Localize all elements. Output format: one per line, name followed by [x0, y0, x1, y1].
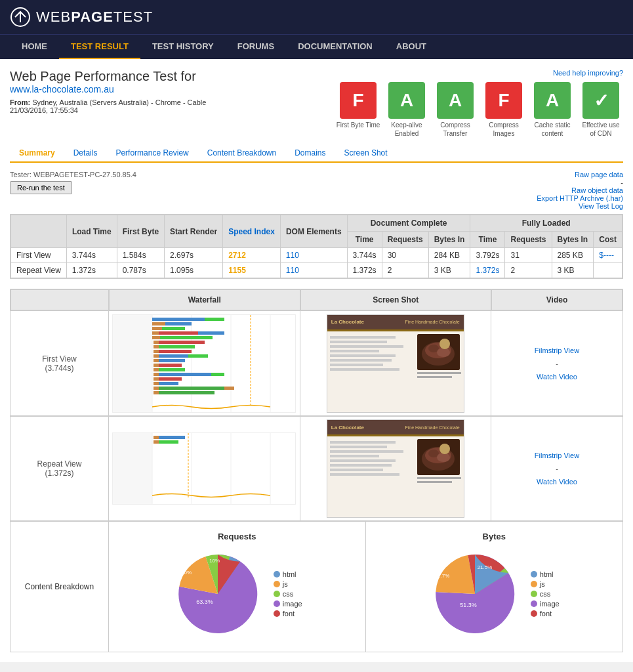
ss-text-8: [330, 368, 399, 371]
first-view-dc-requests: 30: [382, 248, 428, 263]
first-view-dc-time: 3.744s: [347, 248, 382, 263]
repeat-view-waterfall[interactable]: [109, 417, 300, 520]
requests-chart-cell: Requests: [109, 522, 366, 652]
nav-home[interactable]: HOME: [10, 35, 59, 59]
repeat-view-speed-index: 1155: [223, 263, 281, 278]
requests-label-js: js: [283, 580, 288, 588]
repeat-view-fl-requests: 2: [505, 263, 552, 278]
rerun-button[interactable]: Re-run the test: [10, 181, 72, 194]
ss2-text-7: [330, 469, 383, 471]
nav-about[interactable]: ABOUT: [384, 35, 438, 59]
logo-icon: [10, 7, 31, 28]
bytes-dot-image: [531, 600, 537, 607]
col-header-speed-index: Speed Index: [223, 215, 281, 248]
tester-info: Tester: WEBPAGETEST-PC-27.50.85.4: [10, 171, 136, 178]
view-test-log-link[interactable]: View Test Log: [537, 202, 623, 210]
repeat-view-fl-time: 1.372s: [470, 263, 505, 278]
header: WEBPAGETEST: [0, 0, 633, 34]
grade-letter-compress-images: F: [485, 82, 522, 119]
tab-domains[interactable]: Domains: [285, 144, 335, 161]
requests-dot-font: [274, 610, 280, 617]
ss2-header-bar: La Chocolate Fine Handmade Chocolate: [327, 420, 464, 434]
nav-documentation[interactable]: DOCUMENTATION: [286, 35, 384, 59]
ss-body: [327, 331, 464, 413]
ss-right-content: [415, 331, 464, 413]
repeat-view-row-label: Repeat View (1.372s): [10, 417, 109, 520]
waterfall-col-header: Waterfall: [109, 289, 300, 310]
test-url[interactable]: www.la-chocolate.com.au: [10, 84, 114, 94]
tab-performance-review[interactable]: Performance Review: [106, 144, 197, 161]
svg-rect-44: [224, 387, 234, 390]
bytes-legend-image: image: [531, 600, 560, 608]
help-link[interactable]: Need help improving?: [553, 69, 623, 77]
tab-details[interactable]: Details: [64, 144, 107, 161]
repeat-view-dom-elements: 110: [280, 263, 347, 278]
svg-rect-61: [159, 436, 185, 439]
repeat-view-screenshot[interactable]: La Chocolate Fine Handmade Chocolate: [300, 417, 492, 520]
view-section-header: Waterfall Screen Shot Video: [10, 289, 623, 310]
doc-complete-header: Document Complete: [347, 215, 470, 232]
repeat-view-first-byte: 0.787s: [117, 263, 164, 278]
requests-pct-css: 10%: [209, 558, 220, 564]
svg-rect-34: [159, 368, 185, 371]
svg-rect-45: [153, 391, 159, 394]
first-view-first-byte: 1.584s: [117, 248, 164, 263]
logo-page: PAGE: [71, 9, 113, 25]
cost-link[interactable]: $----: [599, 251, 614, 260]
ss-text-5: [330, 354, 396, 357]
first-view-watch-video-link[interactable]: Watch Video: [537, 373, 577, 381]
tab-content-breakdown[interactable]: Content Breakdown: [198, 144, 285, 161]
speed-index-link[interactable]: Speed Index: [228, 227, 275, 236]
nav-forums[interactable]: FORUMS: [226, 35, 286, 59]
svg-rect-37: [211, 373, 224, 376]
tester-left: Tester: WEBPAGETEST-PC-27.50.85.4 Re-run…: [10, 171, 136, 194]
svg-rect-18: [160, 336, 176, 339]
raw-page-data-link[interactable]: Raw page data: [537, 171, 623, 178]
logo: WEBPAGETEST: [10, 7, 153, 28]
content-breakdown-link[interactable]: Content Breakdown: [25, 582, 94, 591]
ss-r-text-1: [417, 372, 461, 374]
svg-rect-42: [153, 387, 159, 390]
raw-object-data-link[interactable]: Raw object data: [537, 186, 623, 194]
requests-pie-svg: 63.3% 20% 10%: [172, 548, 264, 640]
tab-screenshot[interactable]: Screen Shot: [335, 144, 397, 161]
svg-rect-26: [153, 354, 159, 358]
first-view-video-cell: Filmstrip View - Watch Video: [491, 311, 623, 415]
svg-point-69: [437, 453, 450, 462]
bytes-pct-image: 51.3%: [460, 602, 477, 608]
repeat-view-watch-video-link[interactable]: Watch Video: [537, 478, 577, 486]
ss2-left-content: [327, 436, 415, 518]
requests-pie: 63.3% 20% 10%: [172, 548, 264, 642]
first-view-row-label: First View (3.744s): [10, 311, 109, 415]
first-view-waterfall[interactable]: [109, 311, 300, 415]
svg-point-53: [439, 339, 450, 349]
bytes-legend: html js css image: [531, 570, 560, 620]
first-view-screenshot-img: La Chocolate Fine Handmade Chocolate: [327, 314, 464, 413]
first-view-fl-time: 3.792s: [470, 248, 505, 263]
ss2-text-6: [330, 464, 392, 467]
grade-compress-images: F Compress Images: [481, 82, 526, 138]
first-view-screenshot[interactable]: La Chocolate Fine Handmade Chocolate: [300, 311, 492, 415]
nav-test-result[interactable]: TEST RESULT: [59, 35, 140, 59]
ss-header-bar: La Chocolate Fine Handmade Chocolate: [327, 315, 464, 329]
results-table: Load Time First Byte Start Render Speed …: [10, 215, 623, 278]
fl-time-header: Time: [470, 232, 505, 248]
export-http-link[interactable]: Export HTTP Archive (.har): [537, 194, 623, 202]
tab-summary[interactable]: Summary: [10, 144, 64, 163]
grade-compress-transfer: A Compress Transfer: [433, 82, 478, 138]
bytes-label-css: css: [540, 590, 551, 598]
requests-dot-html: [274, 571, 280, 578]
ss-r-text-2: [417, 376, 453, 378]
ss-text-1: [330, 336, 396, 339]
svg-rect-36: [159, 373, 211, 376]
first-view-start-render: 2.697s: [165, 248, 223, 263]
bytes-legend-font: font: [531, 610, 560, 618]
ss2-right-content: [415, 436, 464, 518]
grades-row: F First Byte Time A Keep-alive Enabled A…: [336, 82, 623, 138]
svg-rect-24: [153, 350, 159, 353]
nav-test-history[interactable]: TEST HISTORY: [140, 35, 226, 59]
svg-point-70: [439, 444, 450, 454]
first-view-filmstrip-link[interactable]: Filmstrip View: [535, 346, 579, 354]
svg-rect-8: [152, 318, 205, 321]
repeat-view-filmstrip-link[interactable]: Filmstrip View: [535, 452, 579, 459]
